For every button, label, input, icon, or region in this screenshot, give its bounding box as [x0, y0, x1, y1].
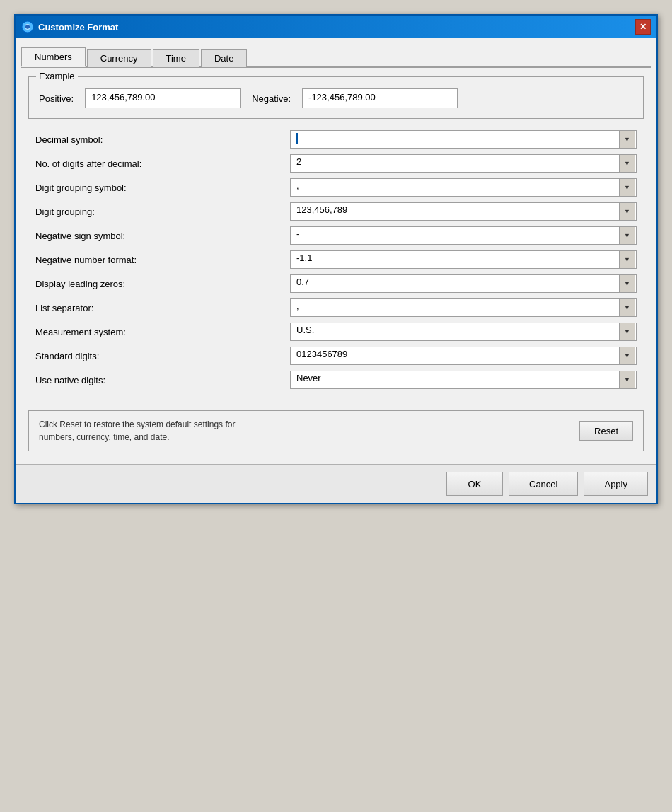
reset-description: Click Reset to restore the system defaul… [39, 418, 235, 443]
use-native-digits-dropdown[interactable] [619, 371, 635, 388]
tab-currency[interactable]: Currency [87, 49, 151, 67]
close-button[interactable]: ✕ [635, 19, 651, 35]
measurement-system-label: Measurement system: [35, 327, 290, 337]
digits-after-decimal-value: 2 [291, 155, 619, 172]
digit-grouping-symbol-label: Digit grouping symbol: [35, 182, 290, 193]
decimal-symbol-control[interactable] [290, 130, 637, 149]
display-leading-zeros-dropdown[interactable] [619, 275, 635, 292]
digits-after-decimal-control[interactable]: 2 [290, 154, 637, 173]
digit-grouping-value: 123,456,789 [291, 203, 619, 220]
standard-digits-value: 0123456789 [291, 347, 619, 364]
digits-after-decimal-label: No. of digits after decimal: [35, 158, 290, 169]
reset-button[interactable]: Reset [579, 421, 633, 441]
list-separator-label: List separator: [35, 303, 290, 313]
tab-date[interactable]: Date [201, 49, 247, 67]
list-separator-control[interactable]: , [290, 298, 637, 317]
field-row-negative-number-format: Negative number format: -1.1 [28, 250, 644, 269]
field-row-display-leading-zeros: Display leading zeros: 0.7 [28, 274, 644, 293]
title-bar: Customize Format ✕ [16, 16, 656, 38]
example-legend: Example [36, 71, 78, 81]
decimal-symbol-dropdown[interactable] [619, 131, 635, 148]
apply-button[interactable]: Apply [584, 472, 648, 496]
field-row-list-separator: List separator: , [28, 298, 644, 317]
example-row: Positive: 123,456,789.00 Negative: -123,… [39, 88, 633, 108]
digit-grouping-label: Digit grouping: [35, 207, 290, 217]
negative-sign-symbol-value: - [291, 227, 619, 244]
use-native-digits-label: Use native digits: [35, 375, 290, 385]
display-leading-zeros-value: 0.7 [291, 275, 619, 292]
window-title: Customize Format [38, 22, 118, 33]
negative-number-format-control[interactable]: -1.1 [290, 250, 637, 269]
field-row-digit-grouping: Digit grouping: 123,456,789 [28, 202, 644, 221]
button-bar: OK Cancel Apply [16, 464, 656, 503]
digit-grouping-symbol-value: , [291, 179, 619, 196]
digit-grouping-symbol-control[interactable]: , [290, 178, 637, 197]
standard-digits-label: Standard digits: [35, 351, 290, 361]
measurement-system-dropdown[interactable] [619, 323, 635, 340]
field-row-digit-grouping-symbol: Digit grouping symbol: , [28, 178, 644, 197]
title-bar-left: Customize Format [21, 21, 118, 33]
negative-number-format-dropdown[interactable] [619, 251, 635, 268]
negative-number-format-value: -1.1 [291, 251, 619, 268]
dialog-content: Numbers Currency Time Date Example Posit… [16, 38, 656, 464]
field-row-negative-sign-symbol: Negative sign symbol: - [28, 226, 644, 245]
digits-after-decimal-dropdown[interactable] [619, 155, 635, 172]
negative-sign-symbol-dropdown[interactable] [619, 227, 635, 244]
customize-format-dialog: Customize Format ✕ Numbers Currency Time… [14, 14, 658, 504]
field-row-standard-digits: Standard digits: 0123456789 [28, 347, 644, 365]
measurement-system-value: U.S. [291, 323, 619, 340]
ok-button[interactable]: OK [446, 472, 503, 496]
tab-bar: Numbers Currency Time Date [21, 44, 651, 68]
measurement-system-control[interactable]: U.S. [290, 323, 637, 341]
use-native-digits-value: Never [291, 371, 619, 388]
positive-value: 123,456,789.00 [85, 88, 241, 108]
list-separator-value: , [291, 299, 619, 316]
display-leading-zeros-label: Display leading zeros: [35, 279, 290, 289]
standard-digits-dropdown[interactable] [619, 347, 635, 364]
digit-grouping-control[interactable]: 123,456,789 [290, 202, 637, 221]
dialog-icon [21, 21, 34, 33]
negative-value: -123,456,789.00 [302, 88, 458, 108]
list-separator-dropdown[interactable] [619, 299, 635, 316]
standard-digits-control[interactable]: 0123456789 [290, 347, 637, 365]
positive-label: Positive: [39, 93, 74, 104]
negative-number-format-label: Negative number format: [35, 255, 290, 265]
decimal-symbol-value [291, 131, 619, 148]
numbers-tab-content: Example Positive: 123,456,789.00 Negativ… [21, 68, 651, 403]
field-row-use-native-digits: Use native digits: Never [28, 371, 644, 389]
display-leading-zeros-control[interactable]: 0.7 [290, 274, 637, 293]
field-row-measurement-system: Measurement system: U.S. [28, 323, 644, 341]
example-group: Example Positive: 123,456,789.00 Negativ… [28, 76, 644, 119]
field-row-digits-after-decimal: No. of digits after decimal: 2 [28, 154, 644, 173]
field-row-decimal-symbol: Decimal symbol: [28, 130, 644, 149]
digit-grouping-dropdown[interactable] [619, 203, 635, 220]
tab-numbers[interactable]: Numbers [21, 47, 86, 67]
tab-time[interactable]: Time [153, 49, 199, 67]
negative-sign-symbol-control[interactable]: - [290, 226, 637, 245]
digit-grouping-symbol-dropdown[interactable] [619, 179, 635, 196]
negative-label: Negative: [252, 93, 291, 104]
decimal-symbol-label: Decimal symbol: [35, 134, 290, 145]
use-native-digits-control[interactable]: Never [290, 371, 637, 389]
reset-section: Click Reset to restore the system defaul… [28, 410, 644, 451]
negative-sign-symbol-label: Negative sign symbol: [35, 231, 290, 241]
cancel-button[interactable]: Cancel [509, 472, 578, 496]
